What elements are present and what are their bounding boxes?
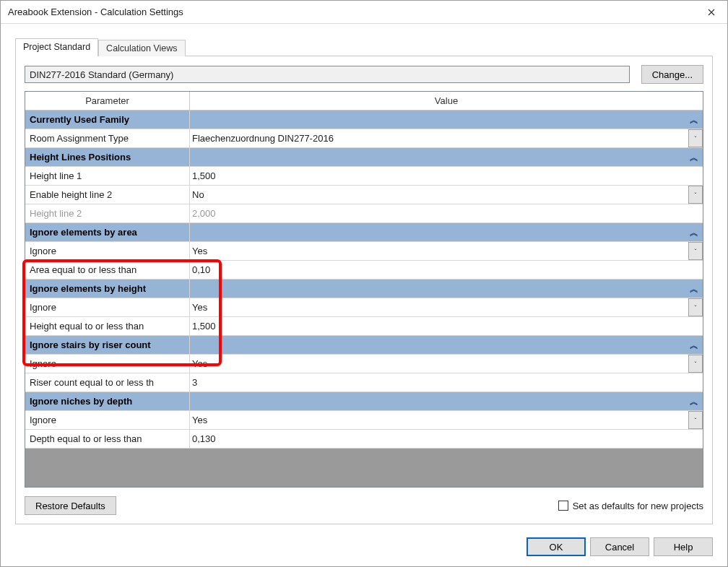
standard-select-value: DIN277-2016 Standard (Germany) [30, 69, 173, 80]
change-button[interactable]: Change... [641, 65, 703, 84]
group-ignore-stairs[interactable]: Ignore stairs by riser count ︽ [25, 336, 703, 355]
dialog-window: Areabook Extension - Calculation Setting… [0, 0, 728, 567]
group-height-lines[interactable]: Height Lines Positions ︽ [25, 148, 703, 167]
help-button[interactable]: Help [654, 537, 713, 556]
dropdown-icon[interactable]: ˇ [688, 242, 703, 260]
header-parameter: Parameter [25, 92, 190, 110]
grid-rows: Currently Used Family ︽ Room Assignment … [25, 111, 703, 449]
tab-calculation-views[interactable]: Calculation Views [98, 40, 185, 56]
bottom-row: Restore Defaults Set as defaults for new… [25, 496, 703, 515]
value-depth-lte[interactable]: 0,130 [190, 430, 703, 448]
dialog-content: Project Standard Calculation Views DIN27… [1, 24, 727, 530]
row-ignore-height: Ignore Yes ˇ [25, 298, 703, 317]
value-height-line-2: 2,000 [190, 204, 703, 222]
row-ignore-area: Ignore Yes ˇ [25, 242, 703, 261]
collapse-icon: ︽ [690, 113, 698, 126]
collapse-icon: ︽ [690, 151, 698, 163]
collapse-icon: ︽ [690, 226, 698, 238]
row-area-lte: Area equal to or less than 0,10 [25, 261, 703, 280]
row-enable-height-line-2: Enable height line 2 No ˇ [25, 186, 703, 204]
close-icon [708, 9, 715, 16]
value-height-line-1[interactable]: 1,500 [190, 167, 703, 185]
header-value: Value [190, 92, 703, 110]
window-title: Areabook Extension - Calculation Setting… [8, 7, 695, 17]
row-height-lte: Height equal to or less than 1,500 [25, 317, 703, 336]
standard-row: DIN277-2016 Standard (Germany) Change... [25, 65, 703, 84]
dropdown-icon[interactable]: ˇ [688, 411, 703, 429]
value-ignore-area[interactable]: Yes ˇ [190, 242, 703, 260]
value-ignore-stairs[interactable]: Yes ˇ [190, 355, 703, 373]
dropdown-icon[interactable]: ˇ [688, 355, 703, 373]
checkbox-label: Set as defaults for new projects [573, 501, 703, 511]
grid-header: Parameter Value [25, 92, 703, 111]
set-defaults-checkbox[interactable]: Set as defaults for new projects [558, 501, 703, 511]
dropdown-icon[interactable]: ˇ [688, 298, 703, 316]
group-currently-used-family[interactable]: Currently Used Family ︽ [25, 111, 703, 129]
value-enable-height-line-2[interactable]: No ˇ [190, 186, 703, 204]
value-area-lte[interactable]: 0,10 [190, 261, 703, 279]
collapse-icon: ︽ [690, 395, 698, 407]
group-ignore-by-height[interactable]: Ignore elements by height ︽ [25, 280, 703, 298]
dialog-button-row: OK Cancel Help [1, 530, 727, 566]
close-button[interactable] [695, 1, 727, 23]
restore-defaults-button[interactable]: Restore Defaults [25, 496, 116, 515]
row-ignore-niches: Ignore Yes ˇ [25, 411, 703, 430]
value-height-lte[interactable]: 1,500 [190, 317, 703, 335]
cancel-button[interactable]: Cancel [590, 537, 649, 556]
row-room-assignment: Room Assignment Type Flaechenzuordnung D… [25, 129, 703, 148]
tab-panel: DIN277-2016 Standard (Germany) Change...… [15, 56, 713, 524]
tab-project-standard[interactable]: Project Standard [15, 38, 98, 56]
settings-grid: Parameter Value Currently Used Family ︽ … [25, 91, 703, 488]
standard-select[interactable]: DIN277-2016 Standard (Germany) [25, 66, 630, 83]
dropdown-icon[interactable]: ˇ [688, 129, 703, 147]
ok-button[interactable]: OK [526, 537, 586, 556]
value-riser-lte[interactable]: 3 [190, 373, 703, 391]
checkbox-box[interactable] [558, 501, 568, 511]
value-ignore-niches[interactable]: Yes ˇ [190, 411, 703, 429]
tabbar: Project Standard Calculation Views [15, 38, 713, 56]
titlebar: Areabook Extension - Calculation Setting… [1, 1, 727, 24]
collapse-icon: ︽ [690, 339, 698, 351]
row-ignore-stairs: Ignore Yes ˇ [25, 355, 703, 373]
value-room-assignment[interactable]: Flaechenzuordnung DIN277-2016 ˇ [190, 129, 703, 147]
dropdown-icon[interactable]: ˇ [688, 186, 703, 204]
value-ignore-height[interactable]: Yes ˇ [190, 298, 703, 316]
row-riser-lte: Riser count equal to or less th 3 [25, 373, 703, 392]
row-height-line-1: Height line 1 1,500 [25, 167, 703, 186]
group-ignore-by-area[interactable]: Ignore elements by area ︽ [25, 223, 703, 242]
row-depth-lte: Depth equal to or less than 0,130 [25, 430, 703, 449]
row-height-line-2: Height line 2 2,000 [25, 204, 703, 223]
group-ignore-niches[interactable]: Ignore niches by depth ︽ [25, 392, 703, 411]
collapse-icon: ︽ [690, 282, 698, 295]
